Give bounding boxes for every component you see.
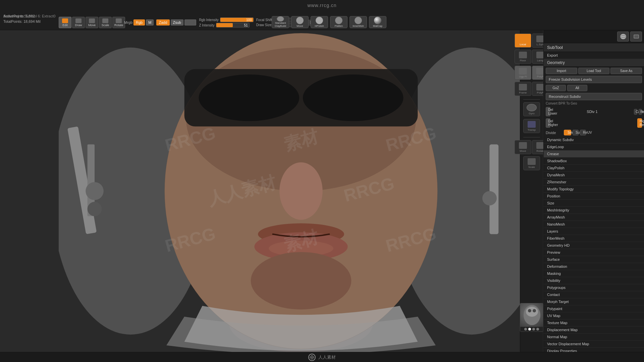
move-button[interactable]: Move	[86, 17, 98, 28]
vector-displacement-map-item[interactable]: Vector Displacement Map	[544, 341, 644, 348]
top-bar: www.rrcg.cn Switching to Subtool 6: Extr…	[0, 0, 644, 30]
draw-size-label: Draw Size	[256, 23, 272, 27]
rastr-button[interactable]: Rastr	[639, 109, 642, 115]
polyf-label: PolyF	[537, 75, 544, 78]
import-button[interactable]: Import	[546, 68, 577, 74]
svg-point-17	[88, 202, 102, 216]
flatten-label: Flatten	[335, 24, 343, 27]
move-icon-button[interactable]: Move	[515, 140, 531, 154]
deformation-item[interactable]: Deformation	[544, 263, 644, 270]
svg-point-29	[311, 357, 313, 358]
right-panel: SubTool Export Geometry Import Load Tool…	[543, 30, 644, 352]
divide-row: Divide Smt Suv ReUV	[544, 129, 644, 136]
zcut-button[interactable]: Zcut	[184, 19, 196, 25]
zadd-button[interactable]: Zadd	[156, 19, 169, 25]
logo-svg	[309, 355, 315, 360]
layers-item[interactable]: Layers	[544, 228, 644, 235]
innermsh-button[interactable]: InnerMsh	[350, 16, 367, 28]
goz-button[interactable]: GoZ	[546, 85, 566, 91]
thumb-dot-3	[532, 328, 535, 330]
z-intensity-slider[interactable]: 51	[216, 23, 250, 27]
mrgb-group: Mrgb Rgb M	[124, 19, 154, 25]
position-item[interactable]: Position	[544, 193, 644, 200]
size-item[interactable]: Size	[544, 200, 644, 207]
suv-button[interactable]: Suv	[573, 130, 579, 135]
face-sculpture-svg	[59, 30, 543, 352]
reuv-button[interactable]: ReUV	[580, 130, 586, 135]
hpolish-button[interactable]: HPolish	[311, 16, 328, 28]
freeze-subdiv-button[interactable]: Freeze Subdivision Levels	[546, 76, 642, 83]
move-icon	[89, 18, 95, 23]
local-button[interactable]: Local	[515, 34, 531, 48]
edit-label: Edit	[62, 23, 68, 27]
higher-res-button[interactable]: Higher Res	[637, 118, 642, 128]
standard-claybuild-button[interactable]: StandardClayBuild	[272, 16, 289, 28]
m-button[interactable]: M	[146, 19, 154, 25]
masking-item[interactable]: Masking	[544, 270, 644, 277]
export-item[interactable]: Export	[544, 52, 644, 59]
frame-button[interactable]: Frame	[515, 82, 531, 96]
edit-button[interactable]: Edit	[59, 17, 71, 28]
visibility-item[interactable]: Visibility	[544, 277, 644, 284]
trim2s-button[interactable]	[630, 32, 642, 42]
gyro-button[interactable]: Gyro	[523, 102, 540, 116]
arraymesh-item[interactable]: ArrayMesh	[544, 214, 644, 221]
reconstruct-subdiv-button[interactable]: Reconstruct Subdiv	[546, 93, 642, 100]
dynamic-subdiv-item[interactable]: Dynamic Subdiv	[544, 136, 644, 143]
geometry-hd-item[interactable]: Geometry HD	[544, 242, 644, 249]
polygroups-item[interactable]: Polygroups	[544, 284, 644, 291]
texture-map-item[interactable]: Texture Map	[544, 319, 644, 326]
floor-button[interactable]: Floor	[515, 50, 531, 64]
zsub-button[interactable]: Zsub	[171, 19, 183, 25]
tool-buttons: Edit Draw Move Scale Rotate	[59, 17, 125, 28]
svg-rect-28	[634, 35, 638, 38]
rotate-button[interactable]: Rotate	[112, 17, 125, 28]
rgb-button[interactable]: Rgb	[133, 19, 145, 25]
crease-item[interactable]: Crease	[544, 150, 644, 158]
draw-button[interactable]: Draw	[72, 17, 85, 28]
uv-map-item[interactable]: UV Map	[544, 312, 644, 319]
del-higher-button[interactable]: Del Higher	[546, 118, 550, 128]
claypolish-item[interactable]: ClayPolish	[544, 165, 644, 172]
del-lower-button[interactable]: Del Lower	[546, 107, 550, 116]
tool-icons-panel: Local L.Sym Floor Lamp Ugp Fl PolyF Fram…	[520, 30, 543, 352]
geometry-section[interactable]: Geometry	[544, 59, 644, 67]
sphere3d-button[interactable]	[617, 32, 629, 42]
viewport[interactable]: RRCG 素材 RRCG 人人素材 RRCG RRCG 素材 RRCG	[59, 30, 543, 352]
save-as-button[interactable]: Save As	[610, 68, 642, 74]
modify-topology-item[interactable]: Modify Topology	[544, 186, 644, 193]
ugpfl-button[interactable]: Ugp Fl	[515, 66, 531, 80]
meshintegrity-item[interactable]: MeshIntegrity	[544, 207, 644, 214]
dynamesh-item[interactable]: DynaMesh	[544, 172, 644, 179]
sdiv-row: Del Lower SDiv 1 Cage Rastr	[544, 106, 644, 117]
rgb-intensity-slider[interactable]: 100	[220, 17, 254, 22]
zremesher-item[interactable]: ZRemesher	[544, 179, 644, 186]
all-button[interactable]: All	[567, 85, 587, 91]
cage-button[interactable]: Cage	[634, 109, 637, 115]
surface-item[interactable]: Surface	[544, 256, 644, 263]
sdiv-row2: Del Higher Higher Res	[544, 117, 644, 129]
matcap-button[interactable]: MatCap	[369, 16, 386, 28]
scale-button[interactable]: Scale	[99, 17, 112, 28]
displacement-map-item[interactable]: Displacement Map	[544, 326, 644, 334]
contact-item[interactable]: Contact	[544, 291, 644, 298]
edgeloop-item[interactable]: EdgeLoop	[544, 143, 644, 150]
polypaint-item[interactable]: Polypaint	[544, 305, 644, 312]
flatten-button[interactable]: Flatten	[330, 16, 347, 28]
display-properties-item[interactable]: Display Properties	[544, 348, 644, 352]
nanomesh-item[interactable]: NanoMesh	[544, 221, 644, 228]
smt-button[interactable]: Smt	[564, 130, 571, 135]
move-arrow-icon	[519, 142, 527, 149]
ugpfl-label: Ugp Fl	[519, 75, 527, 78]
preview-item[interactable]: Preview	[544, 249, 644, 256]
standard-claybuild-label: StandardClayBuild	[275, 22, 286, 28]
shadowbox-item[interactable]: ShadowBox	[544, 158, 644, 165]
transp-button[interactable]: Transp	[523, 119, 540, 133]
normal-map-item[interactable]: Normal Map	[544, 334, 644, 341]
morph-target-item[interactable]: Morph Target	[544, 298, 644, 305]
fibermesh-item[interactable]: FiberMesh	[544, 235, 644, 242]
load-tool-button[interactable]: Load Tool	[578, 68, 610, 74]
viewport-canvas[interactable]: RRCG 素材 RRCG 人人素材 RRCG RRCG 素材 RRCG	[59, 30, 543, 352]
scale-icon-button[interactable]: Scale	[523, 156, 540, 170]
move-brush-button[interactable]: Move	[291, 16, 309, 28]
